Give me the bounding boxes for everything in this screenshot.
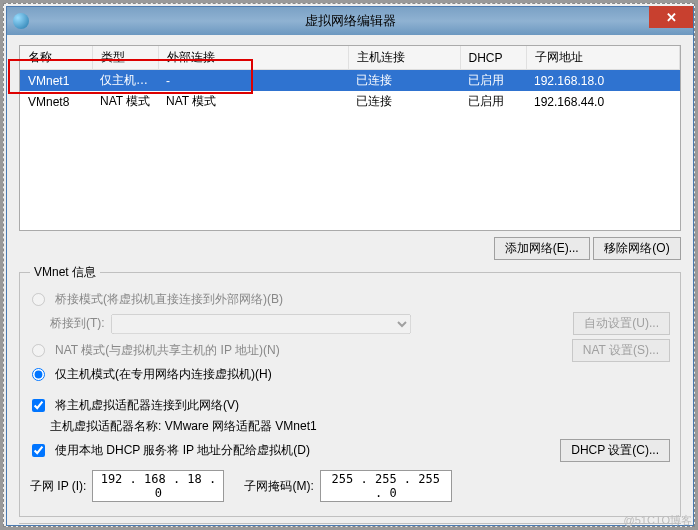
col-host[interactable]: 主机连接	[348, 46, 460, 70]
watermark: @51CTO博客	[624, 513, 692, 528]
cell-type: 仅主机…	[92, 70, 158, 92]
cell-dhcp: 已启用	[460, 70, 526, 92]
remove-network-button[interactable]: 移除网络(O)	[593, 237, 681, 260]
bridged-label: 桥接模式(将虚拟机直接连接到外部网络)(B)	[55, 291, 283, 308]
titlebar[interactable]: 虚拟网络编辑器 ✕	[7, 7, 693, 35]
cell-external: -	[158, 70, 348, 92]
use-dhcp-checkbox[interactable]	[32, 444, 45, 457]
host-only-label[interactable]: 仅主机模式(在专用网络内连接虚拟机)(H)	[55, 366, 272, 383]
host-only-radio[interactable]	[32, 368, 45, 381]
col-name[interactable]: 名称	[20, 46, 92, 70]
cell-dhcp: 已启用	[460, 91, 526, 112]
cell-type: NAT 模式	[92, 91, 158, 112]
bridged-radio	[32, 293, 45, 306]
subnet-mask-input[interactable]: 255 . 255 . 255 . 0	[320, 470, 452, 502]
col-type[interactable]: 类型	[92, 46, 158, 70]
auto-settings-button: 自动设置(U)...	[573, 312, 670, 335]
app-icon	[13, 13, 29, 29]
close-icon: ✕	[666, 10, 677, 25]
col-external[interactable]: 外部连接	[158, 46, 348, 70]
table-row[interactable]: VMnet1仅主机…-已连接已启用192.168.18.0	[20, 70, 680, 92]
col-subnet[interactable]: 子网地址	[526, 46, 680, 70]
cell-external: NAT 模式	[158, 91, 348, 112]
bridged-to-label: 桥接到(T):	[50, 315, 105, 332]
connect-adapter-label[interactable]: 将主机虚拟适配器连接到此网络(V)	[55, 397, 239, 414]
subnet-mask-label: 子网掩码(M):	[244, 478, 313, 495]
subnet-ip-input[interactable]: 192 . 168 . 18 . 0	[92, 470, 224, 502]
add-network-button[interactable]: 添加网络(E)...	[494, 237, 590, 260]
cell-host: 已连接	[348, 91, 460, 112]
cell-subnet: 192.168.18.0	[526, 70, 680, 92]
cell-name: VMnet1	[20, 70, 92, 92]
cell-host: 已连接	[348, 70, 460, 92]
network-table[interactable]: 名称 类型 外部连接 主机连接 DHCP 子网地址 VMnet1仅主机…-已连接…	[19, 45, 681, 231]
col-dhcp[interactable]: DHCP	[460, 46, 526, 70]
nat-radio	[32, 344, 45, 357]
cell-name: VMnet8	[20, 91, 92, 112]
table-row[interactable]: VMnet8NAT 模式NAT 模式已连接已启用192.168.44.0	[20, 91, 680, 112]
dialog-footer: 恢复默认设置(R) 确定 取消 应用(A) 帮助	[19, 523, 681, 530]
vmnet-info-legend: VMnet 信息	[30, 264, 100, 281]
nat-label: NAT 模式(与虚拟机共享主机的 IP 地址)(N)	[55, 342, 280, 359]
nat-settings-button: NAT 设置(S)...	[572, 339, 670, 362]
cell-subnet: 192.168.44.0	[526, 91, 680, 112]
window-title: 虚拟网络编辑器	[305, 12, 396, 30]
use-dhcp-label[interactable]: 使用本地 DHCP 服务将 IP 地址分配给虚拟机(D)	[55, 442, 310, 459]
vmnet-editor-window: 虚拟网络编辑器 ✕ 名称 类型 外部连接 主机连接 DHCP 子网地址 VMne…	[6, 6, 694, 526]
adapter-name-label: 主机虚拟适配器名称: VMware 网络适配器 VMnet1	[50, 418, 317, 435]
dhcp-settings-button[interactable]: DHCP 设置(C)...	[560, 439, 670, 462]
vmnet-info-group: VMnet 信息 桥接模式(将虚拟机直接连接到外部网络)(B) 桥接到(T): …	[19, 264, 681, 517]
connect-adapter-checkbox[interactable]	[32, 399, 45, 412]
table-header-row: 名称 类型 外部连接 主机连接 DHCP 子网地址	[20, 46, 680, 70]
close-button[interactable]: ✕	[649, 6, 693, 28]
content-area: 名称 类型 外部连接 主机连接 DHCP 子网地址 VMnet1仅主机…-已连接…	[7, 35, 693, 530]
subnet-ip-label: 子网 IP (I):	[30, 478, 86, 495]
bridged-to-select	[111, 314, 411, 334]
